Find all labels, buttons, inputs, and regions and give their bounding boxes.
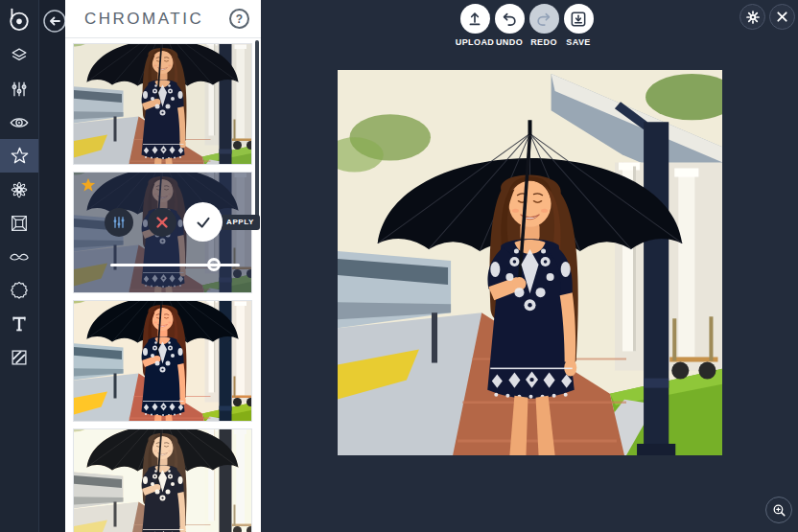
help-button[interactable]: ? bbox=[229, 9, 249, 29]
undo-button[interactable]: UNDO bbox=[492, 4, 527, 47]
mustache-icon bbox=[9, 246, 30, 267]
redo-button[interactable]: REDO bbox=[527, 4, 561, 47]
sidebar-item-frames[interactable] bbox=[0, 206, 38, 240]
redo-icon bbox=[534, 10, 553, 29]
save-label: SAVE bbox=[566, 37, 590, 47]
filter-preview-image bbox=[74, 44, 251, 164]
apply-tooltip: APPLY bbox=[221, 215, 260, 230]
sidebar-item-artsy[interactable] bbox=[0, 173, 38, 206]
back-arrow-icon bbox=[42, 9, 67, 34]
undo-icon bbox=[500, 10, 519, 29]
upload-button[interactable]: UPLOAD bbox=[458, 4, 492, 47]
flower-icon bbox=[9, 179, 30, 200]
filter-preview-image bbox=[74, 429, 251, 532]
chromatic-filter-panel: CHROMATIC ? APPLY bbox=[65, 0, 261, 532]
panel-collapse-strip bbox=[38, 0, 65, 532]
filter-amount-slider[interactable] bbox=[110, 264, 240, 266]
filter-apply-button[interactable] bbox=[183, 202, 223, 242]
filter-settings-button[interactable] bbox=[105, 208, 133, 237]
sidebar-item-text[interactable] bbox=[0, 307, 38, 340]
canvas-image bbox=[338, 70, 722, 455]
filter-thumbnail-list: APPLY bbox=[65, 38, 261, 532]
filter-preview-image bbox=[74, 301, 251, 421]
sidebar-item-adjust[interactable] bbox=[0, 72, 38, 105]
filter-thumbnail-1[interactable] bbox=[73, 43, 252, 165]
gear-icon bbox=[745, 10, 761, 25]
main-toolbar: UPLOAD UNDO REDO SAVE bbox=[458, 4, 596, 47]
adjust-sliders-icon bbox=[9, 79, 30, 100]
undo-label: UNDO bbox=[496, 37, 523, 47]
sidebar-item-textures[interactable] bbox=[0, 340, 38, 374]
slider-handle[interactable] bbox=[207, 258, 221, 271]
favorite-star-icon[interactable] bbox=[80, 176, 97, 194]
close-button[interactable] bbox=[769, 4, 795, 30]
upload-label: UPLOAD bbox=[456, 37, 494, 47]
tools-sidebar bbox=[0, 0, 38, 532]
badge-icon bbox=[9, 280, 30, 301]
text-icon bbox=[9, 313, 30, 335]
back-button[interactable] bbox=[42, 9, 67, 34]
save-button[interactable]: SAVE bbox=[561, 4, 596, 47]
zoom-in-button[interactable] bbox=[765, 497, 792, 523]
sidebar-item-touchup[interactable] bbox=[0, 105, 38, 139]
eye-icon bbox=[9, 112, 30, 133]
cancel-x-icon bbox=[155, 216, 169, 229]
layers-icon bbox=[9, 45, 30, 66]
filter-settings-sliders-icon bbox=[111, 215, 127, 230]
sidebar-item-graphics[interactable] bbox=[0, 240, 38, 273]
edited-photo bbox=[338, 70, 722, 455]
sidebar-item-effects[interactable] bbox=[0, 139, 38, 173]
redo-label: REDO bbox=[530, 37, 557, 47]
apply-check-icon bbox=[193, 212, 214, 233]
panel-title: CHROMATIC bbox=[84, 10, 229, 29]
filter-thumbnail-2-active[interactable]: APPLY bbox=[73, 172, 252, 293]
frame-icon bbox=[9, 213, 30, 234]
texture-icon bbox=[9, 347, 30, 368]
filter-cancel-button[interactable] bbox=[148, 208, 176, 237]
panel-header: CHROMATIC ? bbox=[65, 0, 261, 38]
filter-thumbnail-4[interactable] bbox=[73, 428, 252, 532]
upload-icon bbox=[465, 10, 484, 29]
zoom-in-icon bbox=[771, 502, 787, 519]
settings-button[interactable] bbox=[739, 4, 765, 30]
close-x-icon bbox=[776, 11, 788, 23]
star-icon bbox=[9, 145, 31, 167]
filter-thumbnail-3[interactable] bbox=[73, 300, 252, 422]
befunky-logo-icon bbox=[0, 0, 38, 38]
panel-scrollbar[interactable] bbox=[255, 40, 259, 222]
sidebar-item-layers[interactable] bbox=[0, 38, 38, 72]
sidebar-item-overlays[interactable] bbox=[0, 273, 38, 307]
save-icon bbox=[569, 10, 588, 29]
